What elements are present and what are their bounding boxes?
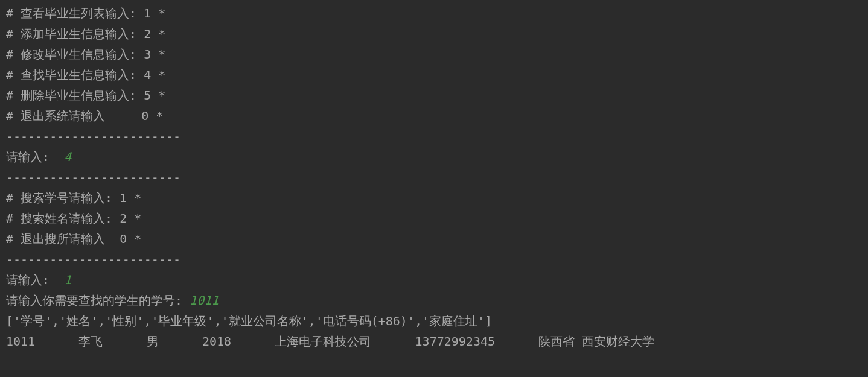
menu-item: # 退出系统请输入 0 * [6, 106, 862, 126]
menu-item: # 修改毕业生信息输入: 3 * [6, 44, 862, 65]
submenu-item: # 搜索学号请输入: 1 * [6, 188, 862, 208]
prompt-label: 请输入: [6, 150, 64, 164]
user-input: 4 [64, 150, 71, 164]
submenu-item: # 搜索姓名请输入: 2 * [6, 208, 862, 229]
divider: ------------------------ [6, 126, 862, 147]
input-prompt[interactable]: 请输入: 4 [6, 147, 862, 167]
divider: ------------------------ [6, 249, 862, 270]
input-prompt[interactable]: 请输入你需要查找的学生的学号: 1011 [6, 290, 862, 311]
submenu-item: # 退出搜所请输入 0 * [6, 229, 862, 249]
prompt-label: 请输入: [6, 273, 64, 287]
divider: ------------------------ [6, 167, 862, 188]
menu-item: # 查看毕业生列表输入: 1 * [6, 3, 862, 24]
column-headers: ['学号','姓名','性别','毕业年级','就业公司名称','电话号码(+8… [6, 311, 862, 331]
result-row: 1011 李飞 男 2018 上海电子科技公司 13772992345 陕西省 … [6, 331, 862, 352]
input-prompt[interactable]: 请输入: 1 [6, 270, 862, 290]
prompt-label: 请输入你需要查找的学生的学号: [6, 293, 190, 308]
user-input: 1 [64, 273, 71, 287]
menu-item: # 删除毕业生信息输入: 5 * [6, 85, 862, 106]
user-input: 1011 [190, 293, 219, 308]
menu-item: # 查找毕业生信息输入: 4 * [6, 65, 862, 85]
menu-item: # 添加毕业生信息输入: 2 * [6, 24, 862, 44]
